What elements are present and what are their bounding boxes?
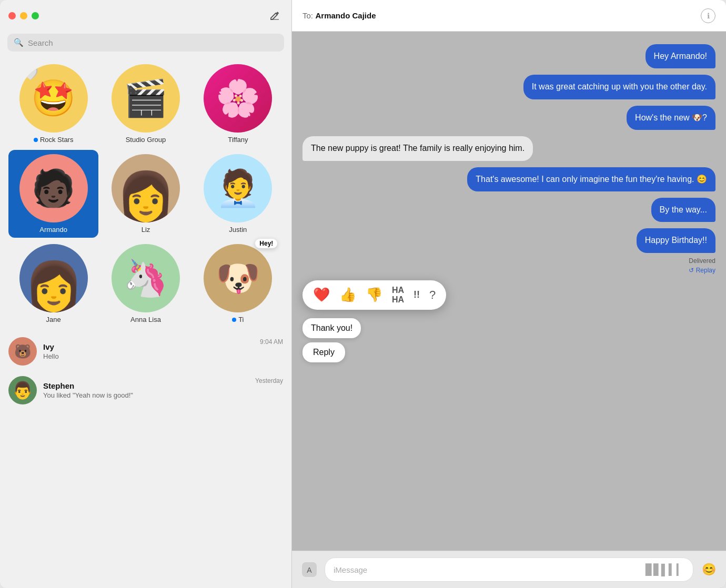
avatar-label-armando: Armando: [39, 226, 67, 234]
to-label: To:: [302, 11, 313, 20]
messages-area: Hey Armando! It was great catching up wi…: [292, 32, 726, 551]
minimize-button[interactable]: [20, 12, 27, 19]
list-item-ivy[interactable]: 🐻 Ivy Hello 9:04 AM: [4, 332, 287, 371]
list-item-stephen[interactable]: 👨 Stephen You liked "Yeah now is good!" …: [4, 371, 287, 410]
avatar-ti: 🐶: [204, 244, 272, 312]
message-row-6: By the way...: [302, 198, 715, 222]
bubble-3: How's the new 🐶?: [627, 106, 715, 130]
stephen-content: Stephen You liked "Yeah now is good!": [43, 381, 249, 399]
titlebar: [0, 0, 291, 32]
bubble-2: It was great catching up with you the ot…: [523, 75, 715, 99]
message-row-1: Hey Armando!: [302, 44, 715, 68]
avatar-label-liz: Liz: [142, 226, 150, 234]
stephen-time: Yesterday: [255, 376, 283, 384]
emoji-button[interactable]: 😊: [700, 561, 718, 579]
input-bar: A iMessage ▊▋▌▍▎ 😊: [292, 551, 726, 588]
avatar-item-ti[interactable]: 🐶 Hey! Ti: [193, 240, 283, 328]
bubble-7: Happy Birthday!!: [637, 228, 715, 252]
avatar-anna-lisa: 🦄: [112, 244, 180, 312]
chat-header-to: To: Armando Cajide: [302, 11, 376, 21]
message-row-7: Happy Birthday!!: [302, 228, 715, 252]
bubble-4: The new puppy is great! The family is re…: [302, 136, 533, 160]
ivy-name: Ivy: [43, 342, 254, 351]
sidebar: 🔍 Search 🤩 🤍 Rock Stars 🎬 Studio Group: [0, 0, 292, 588]
ivy-content: Ivy Hello: [43, 342, 254, 360]
ti-label-row: Ti: [232, 316, 244, 323]
bubble-1: Hey Armando!: [646, 44, 715, 68]
avatar-tiffany: 🌸: [204, 64, 272, 133]
recipient-name: Armando Cajide: [315, 11, 376, 20]
avatar-label-justin: Justin: [229, 226, 247, 234]
rock-stars-label-row: Rock Stars: [34, 136, 74, 144]
tapback-heart[interactable]: ❤️: [313, 287, 330, 303]
compose-button[interactable]: [266, 7, 283, 24]
avatar-item-jane[interactable]: 👩 Jane: [8, 240, 98, 328]
message-row-4: The new puppy is great! The family is re…: [302, 136, 715, 160]
birthday-section: Happy Birthday!! Delivered ↺ Replay: [302, 228, 715, 273]
imessage-input[interactable]: iMessage ▊▋▌▍▎: [325, 557, 693, 582]
thank-you-bubble: Thank you!: [302, 318, 361, 338]
input-placeholder[interactable]: iMessage: [334, 565, 367, 574]
avatar-label-ti: Ti: [238, 316, 244, 323]
avatar-justin: 🧑‍💼: [204, 154, 272, 222]
bubble-6: By the way...: [651, 198, 715, 222]
online-indicator-rock-stars: [34, 138, 38, 142]
avatar-jane: 👩: [19, 244, 88, 312]
message-row-2: It was great catching up with you the ot…: [302, 75, 715, 99]
search-icon: 🔍: [14, 38, 24, 47]
chat-header: To: Armando Cajide ℹ: [292, 0, 726, 32]
avatar-grid: 🤩 🤍 Rock Stars 🎬 Studio Group 🌸 Tiffany: [0, 60, 291, 332]
info-button[interactable]: ℹ: [701, 8, 715, 23]
message-row-3: How's the new 🐶?: [302, 106, 715, 130]
fullscreen-button[interactable]: [32, 12, 39, 19]
avatar-item-armando[interactable]: 🧑🏿 Armando: [8, 150, 98, 238]
avatar-label-anna-lisa: Anna Lisa: [130, 316, 161, 323]
avatar-armando: 🧑🏿: [19, 154, 88, 222]
avatar-label-rock-stars: Rock Stars: [40, 136, 74, 144]
waveform-icon: ▊▋▌▍▎: [646, 563, 684, 576]
tapback-thumbsdown[interactable]: 👎: [366, 287, 382, 303]
ti-hey-bubble: Hey!: [255, 239, 277, 248]
close-button[interactable]: [8, 12, 16, 19]
tapback-question[interactable]: ?: [429, 288, 436, 302]
online-indicator-ti: [232, 318, 236, 322]
stephen-preview: You liked "Yeah now is good!": [43, 391, 249, 399]
tapback-section: ❤️ 👍 👎 HAHA !! ? Thank you! Reply: [302, 280, 715, 362]
avatar-label-jane: Jane: [46, 316, 61, 323]
reply-bubble[interactable]: Reply: [302, 342, 345, 362]
message-row-5: That's awesome! I can only imagine the f…: [302, 167, 715, 191]
replay-label[interactable]: ↺ Replay: [689, 267, 715, 274]
tapback-popup[interactable]: ❤️ 👍 👎 HAHA !! ?: [302, 280, 446, 310]
avatar-liz: 👩: [112, 154, 180, 222]
avatar-stephen: 👨: [8, 376, 37, 404]
avatar-label-studio-group: Studio Group: [126, 136, 166, 144]
tapback-thumbsup[interactable]: 👍: [339, 287, 356, 303]
chat-panel: To: Armando Cajide ℹ Hey Armando! It was…: [292, 0, 726, 588]
bubble-5: That's awesome! I can only imagine the f…: [467, 167, 715, 191]
avatar-label-tiffany: Tiffany: [228, 136, 248, 144]
svg-text:A: A: [307, 566, 312, 574]
avatar-item-justin[interactable]: 🧑‍💼 Justin: [193, 150, 283, 238]
delivered-label: Delivered: [689, 257, 715, 265]
avatar-studio-group: 🎬: [112, 64, 180, 133]
avatar-item-studio-group[interactable]: 🎬 Studio Group: [100, 60, 190, 148]
conversation-list: 🐻 Ivy Hello 9:04 AM 👨 Stephen You liked …: [0, 332, 291, 410]
ivy-preview: Hello: [43, 352, 254, 360]
avatar-rock-stars: 🤩 🤍: [19, 64, 88, 133]
app-store-button[interactable]: A: [300, 561, 318, 579]
stephen-name: Stephen: [43, 381, 249, 390]
traffic-lights: [8, 12, 39, 19]
ivy-time: 9:04 AM: [260, 337, 283, 346]
tapback-haha[interactable]: HAHA: [392, 286, 404, 305]
search-bar[interactable]: 🔍 Search: [7, 34, 284, 52]
search-input[interactable]: Search: [28, 38, 53, 47]
avatar-item-rock-stars[interactable]: 🤩 🤍 Rock Stars: [8, 60, 98, 148]
avatar-ivy: 🐻: [8, 337, 37, 366]
avatar-item-anna-lisa[interactable]: 🦄 Anna Lisa: [100, 240, 190, 328]
avatar-item-liz[interactable]: 👩 Liz: [100, 150, 190, 238]
ti-bubble-wrapper: 🐶 Hey!: [204, 244, 272, 312]
tapback-exclaim[interactable]: !!: [414, 289, 420, 300]
avatar-item-tiffany[interactable]: 🌸 Tiffany: [193, 60, 283, 148]
